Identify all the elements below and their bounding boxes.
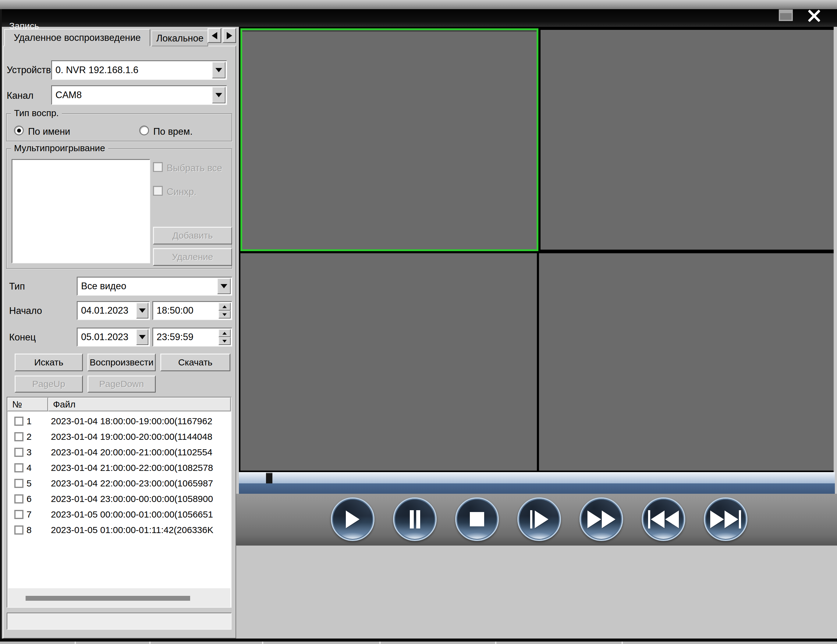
- chevron-down-icon: [139, 335, 146, 339]
- device-label: Устройство: [7, 65, 51, 76]
- file-checkbox[interactable]: [14, 432, 23, 441]
- stop-button[interactable]: [455, 498, 499, 541]
- tab-scroll-left-button[interactable]: [207, 28, 221, 43]
- start-date-picker[interactable]: 04.01.2023: [77, 301, 150, 320]
- type-label: Тип: [9, 281, 25, 292]
- maximize-icon[interactable]: [779, 10, 793, 21]
- end-time-spin-up[interactable]: [218, 329, 231, 337]
- window-bottom-border: [0, 639, 837, 642]
- search-button[interactable]: Искать: [15, 353, 83, 371]
- device-select[interactable]: 0. NVR 192.168.1.6: [51, 60, 227, 80]
- file-checkbox[interactable]: [14, 463, 23, 472]
- video-type-select[interactable]: Все видео: [77, 277, 232, 296]
- add-button[interactable]: Добавить: [153, 227, 232, 245]
- file-name: 2023-01-04 23:00:00-00:00:00(1058900: [51, 494, 230, 504]
- play-button[interactable]: [331, 498, 374, 541]
- sync-label: Синхр.: [167, 187, 197, 197]
- horizontal-scrollbar[interactable]: [8, 588, 230, 607]
- file-checkbox[interactable]: [14, 510, 23, 519]
- device-value: 0. NVR 192.168.1.6: [56, 65, 138, 76]
- file-checkbox[interactable]: [14, 479, 23, 488]
- page-down-button[interactable]: PageDown: [87, 376, 156, 393]
- fast-forward-button[interactable]: [579, 498, 623, 541]
- end-time-input[interactable]: 23:59:59: [153, 328, 232, 347]
- tab-local-playback[interactable]: Локальное: [151, 31, 208, 46]
- start-time-input[interactable]: 18:50:00: [153, 301, 232, 320]
- table-row[interactable]: 82023-01-05 01:00:00-01:11:42(206336K: [7, 522, 231, 538]
- file-checkbox[interactable]: [14, 495, 23, 503]
- video-channel-2[interactable]: [540, 30, 837, 250]
- window-right-margin: [834, 27, 837, 472]
- remove-button[interactable]: Удаление: [153, 248, 232, 266]
- scrollbar-thumb[interactable]: [26, 596, 190, 601]
- column-header-file[interactable]: Файл: [48, 398, 231, 411]
- stop-icon: [470, 512, 484, 526]
- video-channel-4[interactable]: [539, 253, 837, 471]
- radio-by-time[interactable]: [139, 126, 149, 135]
- video-channel-3[interactable]: [240, 253, 537, 471]
- device-dropdown-button[interactable]: [212, 62, 225, 78]
- table-row[interactable]: 42023-01-04 21:00:00-22:00:00(1082578: [7, 460, 231, 475]
- file-name: 2023-01-04 20:00:00-21:00:00(1102554: [51, 447, 230, 457]
- next-file-button[interactable]: [704, 498, 747, 541]
- screen-top-edge: [0, 0, 837, 9]
- table-row[interactable]: 32023-01-04 20:00:00-21:00:00(1102554: [7, 444, 231, 460]
- table-row[interactable]: 52023-01-04 22:00:00-23:00:00(1065987: [7, 475, 231, 491]
- video-grid: [239, 27, 834, 472]
- file-number: 1: [26, 416, 32, 426]
- file-name: 2023-01-04 21:00:00-22:00:00(1082578: [51, 463, 230, 473]
- channel-select[interactable]: CAM8: [51, 85, 227, 105]
- select-all-checkbox[interactable]: [153, 162, 163, 172]
- spinner-up-icon: [222, 332, 227, 335]
- table-row[interactable]: 22023-01-04 19:00:00-20:00:00(1144048: [7, 429, 231, 444]
- tab-scroll-right-button[interactable]: [222, 28, 236, 43]
- seek-slider-thumb[interactable]: [266, 473, 272, 483]
- pause-button[interactable]: [393, 498, 437, 541]
- column-header-number[interactable]: №: [7, 398, 48, 411]
- file-table[interactable]: № Файл 12023-01-04 18:00:00-19:00:00(116…: [7, 397, 231, 608]
- file-number: 4: [26, 463, 32, 473]
- chevron-left-icon: [212, 32, 217, 39]
- sync-checkbox[interactable]: [153, 186, 163, 196]
- start-label: Начало: [9, 306, 42, 316]
- start-date-dropdown-button[interactable]: [136, 303, 148, 319]
- table-row[interactable]: 72023-01-05 00:00:00-01:00:00(1056651: [7, 506, 231, 522]
- close-icon[interactable]: [805, 7, 823, 25]
- previous-file-button[interactable]: [642, 498, 685, 541]
- seek-bar[interactable]: [239, 472, 835, 483]
- table-row[interactable]: 12023-01-04 18:00:00-19:00:00(1167962: [7, 413, 231, 429]
- file-number: 6: [26, 494, 32, 504]
- video-channel-1-selected[interactable]: [240, 28, 538, 251]
- file-checkbox[interactable]: [14, 417, 23, 426]
- chevron-down-icon: [215, 93, 222, 97]
- end-time-spin-down[interactable]: [218, 337, 231, 345]
- radio-by-name-label[interactable]: По имени: [28, 126, 70, 137]
- play-icon: [346, 511, 359, 528]
- play-files-button[interactable]: Воспроизвести: [87, 353, 156, 371]
- step-forward-button[interactable]: [517, 498, 561, 541]
- type-dropdown-button[interactable]: [217, 278, 231, 294]
- chevron-right-icon: [227, 32, 232, 39]
- file-checkbox[interactable]: [14, 526, 23, 535]
- end-date-picker[interactable]: 05.01.2023: [77, 328, 150, 347]
- multiplay-listbox[interactable]: [11, 159, 150, 263]
- file-name: 2023-01-04 19:00:00-20:00:00(1144048: [51, 432, 230, 442]
- titlebar[interactable]: Запись: [0, 9, 837, 27]
- radio-by-time-label[interactable]: По врем.: [153, 126, 192, 137]
- record-dialog: Запись Удаленное воспроизведение Локальн…: [0, 0, 837, 644]
- spinner-down-icon: [222, 340, 227, 343]
- start-time-spin-down[interactable]: [218, 310, 231, 319]
- tab-remote-playback[interactable]: Удаленное воспроизведение: [4, 29, 150, 46]
- start-time-spin-up[interactable]: [218, 303, 231, 310]
- chevron-down-icon: [215, 68, 222, 72]
- download-button[interactable]: Скачать: [160, 353, 230, 371]
- spinner-down-icon: [222, 313, 227, 316]
- table-row[interactable]: 62023-01-04 23:00:00-00:00:00(1058900: [7, 491, 231, 506]
- page-up-button[interactable]: PageUp: [15, 376, 83, 393]
- play-type-group: Тип воспр. По имени По врем.: [6, 113, 232, 141]
- end-date-dropdown-button[interactable]: [136, 329, 148, 345]
- channel-dropdown-button[interactable]: [212, 87, 225, 104]
- file-checkbox[interactable]: [14, 448, 23, 457]
- spinner-up-icon: [222, 306, 227, 308]
- radio-by-name[interactable]: [14, 126, 24, 135]
